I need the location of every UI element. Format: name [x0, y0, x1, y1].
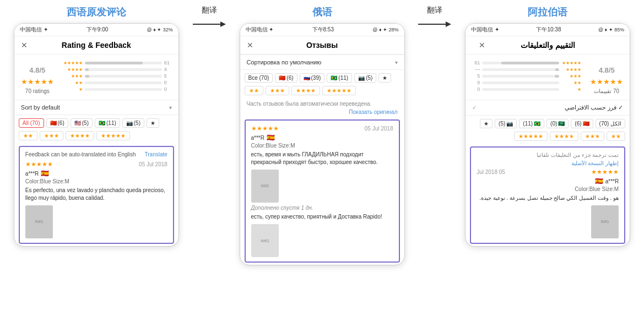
filter-tab-br-3[interactable]: 🇧🇷(11): [519, 119, 544, 128]
ratings-count-3: 70 تقييمات: [594, 88, 619, 94]
rating-section-1: 4.8/5 ★★★★★ 70 ratings ★★★★★ 61 ★★★★ 4: [14, 55, 178, 100]
review-user-row-2: a***R 🇪🇸: [251, 134, 393, 141]
bar-stars-3-1: ★★★★★: [561, 61, 581, 66]
bar-count-1-3: 5: [164, 73, 172, 79]
close-button-3[interactable]: ✕: [479, 41, 485, 50]
review-auto-notice-1: Feedback can be auto-translated into Eng…: [25, 151, 167, 157]
review-image-2b: IMG: [251, 224, 279, 257]
sort-label-3: ✓ فرز حسب الافتراضي: [565, 104, 623, 111]
bar-row-1-4: ★★ 0: [63, 80, 172, 85]
star-filter-2-1[interactable]: ★★: [19, 131, 37, 140]
rating-score-1: 4.8/5: [29, 60, 45, 75]
review-flag-3: 🇪🇸: [595, 177, 603, 185]
filter-tab-br-2[interactable]: 🇧🇷(11): [327, 73, 352, 83]
filter-tab-cn-1[interactable]: 🇨🇳(6): [46, 118, 68, 128]
show-original-3[interactable]: إظهار النسخة الأصلية: [477, 160, 619, 166]
translate-link-1[interactable]: Translate: [145, 151, 167, 157]
filter-tab-all-1[interactable]: All (70): [19, 118, 44, 128]
filter-tab-star-3[interactable]: ★: [480, 119, 493, 128]
bar-row-3-5: ★ 0: [472, 86, 581, 92]
star-filter-3-2[interactable]: ★★★: [266, 86, 289, 95]
auto-notice-text-1: Feedback can be auto-translated into Eng…: [25, 151, 136, 157]
bar-count-3-4: 0: [472, 80, 480, 85]
bar-track-3-4: [482, 81, 559, 84]
review-text-3: هو . وقت الغسيل الكي صالح جميلة تصل بسرع…: [477, 194, 619, 202]
chevron-down-icon-1: ▾: [169, 105, 172, 111]
close-button-1[interactable]: ✕: [21, 41, 28, 50]
bar-row-3-3: ★★★ 5: [472, 73, 581, 79]
sort-row-1[interactable]: Sort by default ▾: [14, 100, 178, 115]
star-filter-4-2[interactable]: ★★★★: [291, 86, 320, 95]
status-center-3: 下午10:38: [536, 26, 561, 34]
bar-stars-3-4: ★★: [561, 80, 581, 85]
sort-row-2[interactable]: Сортировка по умолчанию ▾: [240, 55, 404, 70]
bar-track-1-5: [85, 88, 162, 91]
review-image-3: IMG: [591, 205, 619, 238]
filter-tab-br-1[interactable]: 🇧🇷(11): [95, 118, 120, 128]
status-left-2: 中国电信 ✦: [246, 26, 274, 34]
arabic-title: 阿拉伯语: [528, 6, 567, 19]
status-bar-3: 中国电信 ✦ 下午10:38 @ ♦ ✦ 85%: [466, 24, 630, 36]
star-filter-2-3[interactable]: ★★: [607, 132, 625, 141]
star-filter-row-3: ★★ ★★★ ★★★★ ★★★★★: [466, 130, 630, 144]
status-bar-2: 中国电信 ✦ 下午8:53 @ ♦ ✦ 28%: [240, 24, 404, 36]
bar-track-1-4: [85, 81, 162, 84]
star-filter-3-1[interactable]: ★★★: [40, 131, 63, 140]
star-filter-5-2[interactable]: ★★★★★: [322, 86, 356, 95]
rating-stars-1: ★★★★★: [21, 78, 54, 86]
filter-tabs-1: All (70) 🇨🇳(6) 🇺🇸(5) 🇧🇷(11) 📷(5) ★: [14, 115, 178, 130]
show-original-link-2[interactable]: Показать оригинал: [240, 109, 404, 117]
spanish-title: 西语原发评论: [67, 6, 126, 19]
filter-tab-photo-1[interactable]: 📷(5): [122, 118, 144, 128]
close-button-2[interactable]: ✕: [247, 41, 253, 50]
status-center-1: 下午9:00: [86, 26, 108, 34]
sort-label-1: Sort by default: [21, 104, 60, 111]
arrow-label-1: 翻译: [202, 6, 217, 15]
rating-big-3: 4.8/5 ★★★★★ 70 تقييمات: [590, 60, 623, 94]
star-filter-4-3[interactable]: ★★★★: [550, 132, 578, 141]
bar-row-3-4: ★★ 0: [472, 80, 581, 85]
filter-tab-star-1[interactable]: ★: [147, 118, 159, 128]
review-addendum-text-2: есть, супер качество, приятный и Доставк…: [251, 213, 393, 221]
bar-row-1-3: ★★★ 5: [63, 73, 172, 79]
review-color-2: Color:Blue Size:M: [251, 143, 393, 149]
bar-track-3-1: [482, 62, 559, 64]
arabic-phone: 中国电信 ✦ 下午10:38 @ ♦ ✦ 85% التقييم والتعلي…: [465, 23, 630, 247]
filter-tab-sa-3[interactable]: 🇸🇦(0): [546, 119, 569, 128]
filter-tab-all-3[interactable]: الكل (70): [596, 119, 626, 128]
star-filter-4-1[interactable]: ★★★★: [66, 131, 94, 140]
bar-fill-1-3: [85, 75, 89, 78]
bar-stars-3-5: ★: [561, 87, 581, 92]
status-center-2: 下午8:53: [312, 26, 334, 34]
star-filter-3-3[interactable]: ★★★: [581, 132, 604, 141]
filter-tab-photo-2[interactable]: 📷(5): [354, 73, 376, 83]
arrow-icon-2: [418, 19, 451, 30]
star-filter-5-3[interactable]: ★★★★★: [514, 132, 548, 141]
star-filter-2-2[interactable]: ★★: [245, 86, 263, 95]
status-left-1: 中国电信 ✦: [20, 26, 48, 34]
bar-count-1-1: 61: [164, 60, 172, 66]
auto-translated-notice-2: Часть отзывов была автоматически перевед…: [240, 99, 404, 109]
chevron-down-icon-2: ▾: [395, 59, 398, 66]
star-filter-5-1[interactable]: ★★★★★: [96, 131, 130, 140]
bar-stars-1-2: ★★★★: [63, 67, 83, 72]
review-flag-2: 🇪🇸: [267, 134, 275, 141]
bar-track-3-5: [482, 88, 559, 91]
bar-stars-1-3: ★★★: [63, 74, 83, 79]
sort-row-3[interactable]: ✓ فرز حسب الافتراضي ✓: [466, 100, 630, 116]
filter-tab-us-1[interactable]: 🇺🇸(5): [71, 118, 93, 128]
review-image-2: IMG: [251, 170, 279, 203]
chevron-down-icon-3: ✓: [472, 105, 477, 111]
russian-title: 俄语: [312, 6, 332, 19]
filter-tab-cn-3[interactable]: 🇨🇳(6): [571, 119, 593, 128]
review-text-1: Es perfecto, una vez lavado y planchado …: [25, 187, 167, 202]
filter-tab-all-2[interactable]: Все (70): [245, 73, 273, 83]
bar-row-1-1: ★★★★★ 61: [63, 60, 172, 66]
filter-tab-star-2[interactable]: ★: [378, 73, 391, 83]
review-card-2: ★★★★★ 05 Jul 2018 a***R 🇪🇸 Color:Blue Si…: [245, 119, 400, 263]
filter-tab-cn-2[interactable]: 🇨🇳(6): [275, 73, 297, 83]
filter-tab-photo-3[interactable]: 📷(5): [495, 119, 517, 128]
header-title-1: Rating & Feedback: [34, 41, 159, 50]
bar-row-1-5: ★ 0: [63, 86, 172, 92]
filter-tab-ru-2[interactable]: 🇷🇺(39): [300, 73, 325, 83]
